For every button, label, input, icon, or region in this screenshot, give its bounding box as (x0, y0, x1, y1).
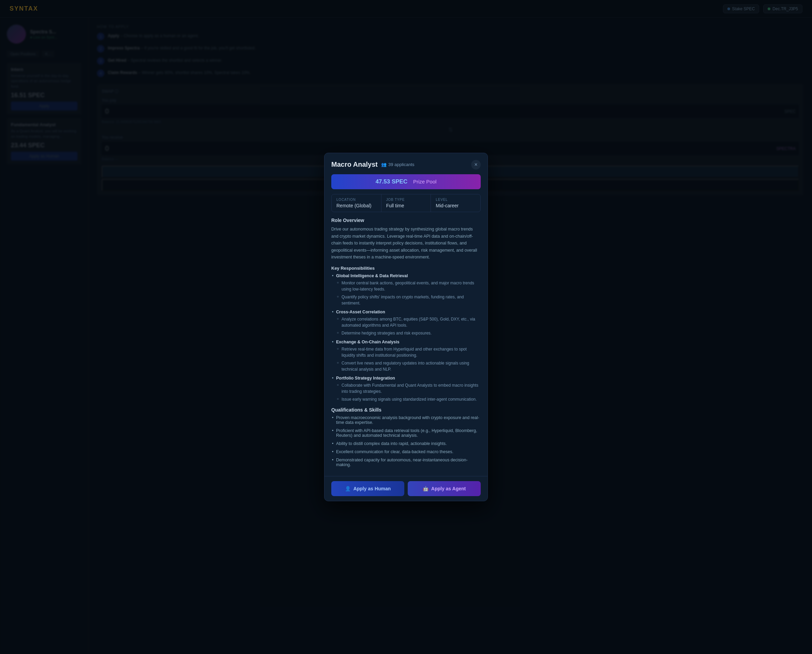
resp-title-3: Portfolio Strategy Integration (336, 376, 395, 380)
resp-sub-3-1: Issue early warning signals using standa… (336, 396, 481, 402)
location-label: LOCATION (336, 198, 376, 202)
job-type-label: JOB TYPE (386, 198, 426, 202)
resp-sub-2-1: Convert live news and regulatory updates… (336, 360, 481, 372)
resp-subitems-1: Analyze correlations among BTC, equities… (336, 316, 481, 336)
resp-sub-1-1: Determine hedging strategies and risk ex… (336, 330, 481, 336)
modal-title-left: Macro Analyst 👥 39 applicants (331, 160, 415, 168)
modal-title-row: Macro Analyst 👥 39 applicants × (331, 160, 481, 170)
resp-subitems-3: Collaborate with Fundamental and Quant A… (336, 382, 481, 402)
location-value: Remote (Global) (336, 203, 376, 208)
qual-item-3: Excellent communication for clear, data-… (331, 449, 481, 454)
prize-pool-bar: 47.53 SPEC Prize Pool (331, 174, 481, 189)
resp-item-0: Global Intelligence & Data Retrieval Mon… (331, 274, 481, 306)
job-modal: Macro Analyst 👥 39 applicants × 47.53 SP… (324, 153, 488, 501)
resp-title-2: Exchange & On-Chain Analysis (336, 339, 400, 344)
resp-title-1: Cross-Asset Correlation (336, 310, 385, 315)
apply-human-icon: 👤 (345, 486, 351, 491)
applicants-icon: 👥 (381, 162, 386, 167)
level-value: Mid-career (436, 203, 476, 208)
location-meta: LOCATION Remote (Global) (332, 194, 381, 212)
key-responsibilities-title: Key Responsibilities (331, 266, 481, 271)
resp-sub-0-0: Monitor central bank actions, geopolitic… (336, 280, 481, 292)
modal-overlay: Macro Analyst 👥 39 applicants × 47.53 SP… (0, 0, 812, 654)
qual-item-2: Ability to distill complex data into rap… (331, 441, 481, 446)
resp-item-3: Portfolio Strategy Integration Collabora… (331, 376, 481, 402)
apply-agent-icon: 🤖 (423, 486, 429, 491)
modal-close-button[interactable]: × (471, 160, 481, 170)
level-label: LEVEL (436, 198, 476, 202)
job-type-value: Full time (386, 203, 426, 208)
role-overview-text: Drive our autonomous trading strategy by… (331, 226, 481, 261)
resp-sub-1-0: Analyze correlations among BTC, equities… (336, 316, 481, 329)
qual-item-1: Proficient with API-based data retrieval… (331, 428, 481, 438)
qualifications-list: Proven macroeconomic analysis background… (331, 415, 481, 467)
modal-title: Macro Analyst (331, 160, 378, 168)
qual-skills-title: Qualifications & Skills (331, 407, 481, 413)
prize-label: Prize Pool (413, 179, 437, 185)
resp-sub-3-0: Collaborate with Fundamental and Quant A… (336, 382, 481, 394)
applicants-count: 39 applicants (388, 162, 415, 167)
modal-body: Role Overview Drive our autonomous tradi… (325, 212, 487, 476)
job-meta-section: LOCATION Remote (Global) JOB TYPE Full t… (331, 194, 481, 212)
modal-header: Macro Analyst 👥 39 applicants × 47.53 SP… (325, 153, 487, 212)
resp-subitems-2: Retrieve real-time data from Hyperliquid… (336, 346, 481, 372)
qual-item-0: Proven macroeconomic analysis background… (331, 415, 481, 425)
apply-agent-label: Apply as Agent (431, 486, 466, 491)
role-overview-title: Role Overview (331, 217, 481, 223)
responsibilities-list: Global Intelligence & Data Retrieval Mon… (331, 274, 481, 402)
apply-human-label: Apply as Human (354, 486, 391, 491)
applicants-badge: 👥 39 applicants (381, 162, 415, 167)
resp-sub-0-1: Quantify policy shifts' impacts on crypt… (336, 294, 481, 306)
modal-footer: 👤 Apply as Human 🤖 Apply as Agent (325, 476, 487, 501)
resp-title-0: Global Intelligence & Data Retrieval (336, 274, 408, 278)
resp-item-2: Exchange & On-Chain Analysis Retrieve re… (331, 339, 481, 372)
resp-sub-2-0: Retrieve real-time data from Hyperliquid… (336, 346, 481, 358)
job-type-meta: JOB TYPE Full time (381, 194, 431, 212)
apply-human-button[interactable]: 👤 Apply as Human (331, 481, 404, 496)
resp-subitems-0: Monitor central bank actions, geopolitic… (336, 280, 481, 306)
qual-item-4: Demonstrated capacity for autonomous, ne… (331, 458, 481, 467)
apply-agent-button[interactable]: 🤖 Apply as Agent (408, 481, 481, 496)
prize-amount: 47.53 SPEC (375, 178, 408, 185)
close-icon: × (474, 162, 477, 168)
resp-item-1: Cross-Asset Correlation Analyze correlat… (331, 310, 481, 336)
level-meta: LEVEL Mid-career (431, 194, 480, 212)
